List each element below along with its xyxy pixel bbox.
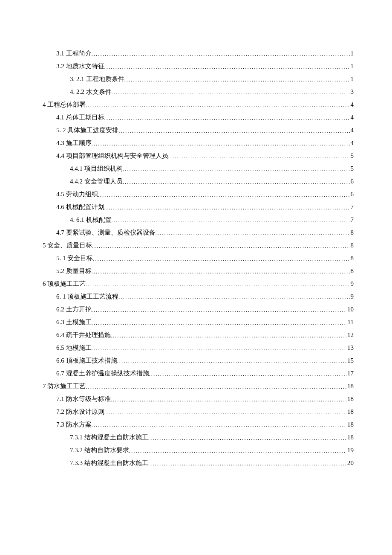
toc-page-number: 7 xyxy=(350,204,354,210)
toc-page-number: 4 xyxy=(350,140,354,146)
toc-entry: 5.2 质量目标 8 xyxy=(43,268,354,274)
toc-entry: 6.6 顶板施工技术措施 15 xyxy=(43,357,354,364)
toc-entry: 6.5 地模施工 13 xyxy=(43,345,354,351)
toc-page-number: 8 xyxy=(350,242,354,249)
toc-label: 3.1 工程简介 xyxy=(56,50,92,57)
toc-label: 7.3 防水方案 xyxy=(56,421,92,428)
toc-page-number: 9 xyxy=(350,281,354,287)
toc-entry: 6.4 疏干井处理措施 12 xyxy=(43,332,354,338)
toc-label: 6 顶板施工工艺 xyxy=(43,281,86,287)
toc-entry: 4.6 机械配置计划 7 xyxy=(43,204,354,210)
toc-leader-dots xyxy=(98,192,350,198)
toc-label: 4.4 项目部管理组织机构与安全管理人员 xyxy=(56,153,168,159)
toc-page-number: 1 xyxy=(350,76,354,82)
toc-entry: 4.1 总体工期目标 4 xyxy=(43,114,354,121)
toc-leader-dots xyxy=(92,141,350,146)
toc-label: 6.7 混凝土养护温度操纵技术措施 xyxy=(56,370,149,377)
toc-page-number: 12 xyxy=(346,332,354,338)
toc-entry: 6.3 土模施工 11 xyxy=(43,319,354,325)
toc-leader-dots xyxy=(93,256,349,262)
toc-page-number: 4 xyxy=(350,114,354,121)
toc-page-number: 8 xyxy=(350,230,354,236)
toc-label: 4. 6.1 机械配置 xyxy=(70,217,112,223)
toc-entry: 4.3 施工顺序 4 xyxy=(43,140,354,146)
toc-leader-dots xyxy=(86,102,349,108)
table-of-contents: 3.1 工程简介 13.2 地质水文特征 13. 2.1 工程地质条件 14. … xyxy=(43,50,354,466)
toc-label: 3.2 地质水文特征 xyxy=(56,63,104,70)
toc-label: 4.4.1 项目组织机构 xyxy=(70,166,123,172)
toc-entry: 4.4.2 安全管理人员 6 xyxy=(43,178,354,185)
toc-entry: 6.2 土方开挖 10 xyxy=(43,306,354,313)
toc-page-number: 19 xyxy=(346,447,354,453)
toc-label: 6.2 土方开挖 xyxy=(56,306,92,313)
toc-label: 5 安全、质量目标 xyxy=(43,242,92,249)
toc-page-number: 4 xyxy=(350,102,354,108)
toc-entry: 5. 1 安全目标 8 xyxy=(43,255,354,262)
toc-page-number: 3 xyxy=(350,89,354,95)
toc-page-number: 11 xyxy=(347,319,354,325)
toc-label: 6.4 疏干井处理措施 xyxy=(56,332,111,338)
toc-leader-dots xyxy=(118,294,349,300)
toc-page-number: 18 xyxy=(346,421,354,428)
toc-label: 4.3 施工顺序 xyxy=(56,140,92,146)
toc-label: 5. 1 安全目标 xyxy=(56,255,93,262)
toc-leader-dots xyxy=(148,461,346,466)
toc-label: 6.5 地模施工 xyxy=(56,345,92,351)
toc-page-number: 8 xyxy=(350,268,354,274)
toc-page-number: 15 xyxy=(346,357,354,364)
toc-entry: 3.1 工程简介 1 xyxy=(43,50,354,57)
toc-entry: 7 防水施工工艺 18 xyxy=(43,383,354,389)
toc-leader-dots xyxy=(123,166,350,172)
toc-entry: 4 工程总体部署 4 xyxy=(43,102,354,108)
toc-entry: 5. 2 具体施工进度安排 4 xyxy=(43,127,354,134)
toc-page-number: 18 xyxy=(346,383,354,389)
toc-page-number: 5 xyxy=(350,166,354,172)
toc-leader-dots xyxy=(92,320,347,325)
toc-page-number: 9 xyxy=(350,293,354,300)
toc-entry: 4. 2.2 水文条件 3 xyxy=(43,89,354,95)
toc-page-number: 6 xyxy=(350,191,354,198)
toc-leader-dots xyxy=(104,410,347,415)
toc-label: 3. 2.1 工程地质条件 xyxy=(70,76,124,82)
toc-leader-dots xyxy=(118,128,349,134)
toc-page-number: 18 xyxy=(346,434,354,441)
toc-leader-dots xyxy=(92,346,347,351)
toc-entry: 7.3.3 结构混凝土自防水施工 20 xyxy=(43,460,354,466)
toc-page-number: 13 xyxy=(346,345,354,351)
toc-page-number: 1 xyxy=(350,50,354,57)
toc-leader-dots xyxy=(112,218,350,223)
toc-label: 6. 1 顶板施工工艺流程 xyxy=(56,293,118,300)
toc-label: 7.3.2 结构自防水要求 xyxy=(70,447,129,453)
toc-entry: 7.3.2 结构自防水要求 19 xyxy=(43,447,354,453)
toc-page-number: 18 xyxy=(346,409,354,415)
toc-leader-dots xyxy=(148,435,346,441)
toc-entry: 7.1 防水等级与标准 18 xyxy=(43,396,354,402)
toc-leader-dots xyxy=(112,90,350,95)
toc-label: 7.1 防水等级与标准 xyxy=(56,396,111,402)
toc-entry: 3.2 地质水文特征 1 xyxy=(43,63,354,70)
toc-leader-dots xyxy=(111,397,347,402)
toc-entry: 7.3.1 结构混凝土自防水施工 18 xyxy=(43,434,354,441)
toc-leader-dots xyxy=(86,282,349,287)
toc-label: 5. 2 具体施工进度安排 xyxy=(56,127,118,134)
toc-entry: 4.5 劳动力组织 6 xyxy=(43,191,354,198)
toc-label: 7.3.3 结构混凝土自防水施工 xyxy=(70,460,148,466)
toc-leader-dots xyxy=(92,307,347,313)
toc-leader-dots xyxy=(124,77,350,82)
toc-label: 4.4.2 安全管理人员 xyxy=(70,178,123,185)
toc-page-number: 1 xyxy=(350,63,354,70)
toc-leader-dots xyxy=(104,115,350,121)
toc-page-number: 10 xyxy=(346,306,354,313)
toc-entry: 7.3 防水方案 18 xyxy=(43,421,354,428)
toc-page-number: 4 xyxy=(350,127,354,134)
toc-leader-dots xyxy=(104,64,350,70)
toc-leader-dots xyxy=(92,51,350,57)
toc-label: 4.7 要紧试验、测量、质检仪器设备 xyxy=(56,230,156,236)
toc-leader-dots xyxy=(92,243,349,249)
toc-label: 6.6 顶板施工技术措施 xyxy=(56,357,117,364)
toc-entry: 6 顶板施工工艺 9 xyxy=(43,281,354,287)
toc-label: 4.1 总体工期目标 xyxy=(56,114,104,121)
toc-label: 7.2 防水设计原则 xyxy=(56,409,104,415)
toc-label: 7.3.1 结构混凝土自防水施工 xyxy=(70,434,148,441)
toc-leader-dots xyxy=(129,448,346,453)
